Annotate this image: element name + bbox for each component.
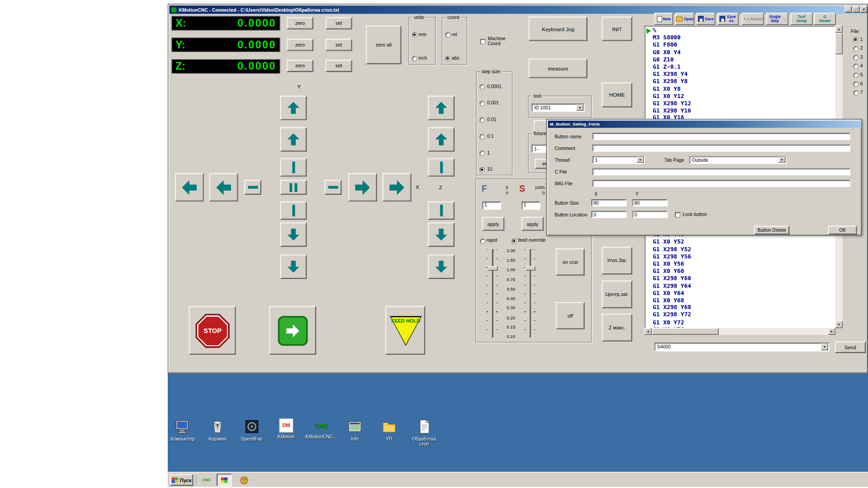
cycle-start-button[interactable]	[269, 306, 316, 355]
file-radio-1[interactable]	[853, 37, 859, 42]
c-file-input[interactable]	[592, 168, 850, 175]
stop-button[interactable]: STOP	[189, 306, 236, 355]
lock-button-checkbox[interactable]	[675, 212, 680, 217]
gcode-line[interactable]: G1 X298 Y4	[645, 70, 835, 78]
gcode-line[interactable]: G1 X0 Y60	[645, 267, 835, 275]
desktop-icon-recycle-bin[interactable]: Корзина	[202, 418, 233, 441]
scroll-left-button[interactable]: ◄	[644, 328, 651, 335]
step-1-radio[interactable]	[479, 150, 485, 156]
z-max-button[interactable]: Z макс.	[602, 314, 632, 341]
units-inch-radio[interactable]	[412, 56, 417, 61]
jog-y-up-fast-button[interactable]	[280, 96, 307, 120]
step-0.0001-radio[interactable]	[479, 84, 485, 89]
tool-combo[interactable]: ID 1001▼	[532, 103, 585, 112]
step-10-radio[interactable]	[479, 167, 485, 173]
keyboard-jog-button[interactable]: Keyboard Jog	[528, 17, 587, 41]
file-radio-4[interactable]	[853, 64, 859, 69]
maximize-button[interactable]: □	[853, 6, 860, 13]
jog-y-step-up-button[interactable]	[280, 158, 307, 176]
zero-y-button[interactable]: zero	[287, 39, 313, 51]
ok-button[interactable]: OK	[828, 226, 857, 235]
gcode-line[interactable]: G1 X0 Y8	[645, 85, 835, 92]
img-file-input[interactable]	[592, 180, 850, 187]
desktop-icon-obrabotka-stol[interactable]: Обработка стол	[409, 418, 440, 446]
gcode-line[interactable]: G1 X0 Y64	[645, 289, 835, 296]
jog-y-up-button[interactable]	[280, 127, 307, 152]
button-location-y-input[interactable]	[632, 211, 667, 218]
centr-zag-button[interactable]: Центр.заг.	[602, 281, 632, 308]
comment-input[interactable]	[592, 145, 850, 152]
send-button[interactable]: Send	[835, 342, 866, 353]
step-0.1-radio[interactable]	[479, 134, 485, 139]
scroll-up-button[interactable]: ▲	[835, 25, 843, 33]
tool-combo-arrow-icon[interactable]: ▼	[576, 104, 584, 110]
jog-z-down-button[interactable]	[428, 222, 455, 247]
jog-x-left-button[interactable]	[209, 173, 238, 201]
file-radio-5[interactable]	[853, 72, 859, 78]
file-radio-3[interactable]	[853, 55, 859, 60]
jog-z-down-fast-button[interactable]	[428, 254, 455, 279]
zero-x-button[interactable]: zero	[287, 17, 313, 29]
desktop-icon-speedfan[interactable]: SpeedFan	[236, 418, 268, 441]
file-radio-6[interactable]	[853, 81, 859, 87]
quicklaunch-kmotioncnc-icon[interactable]: CNC	[200, 474, 213, 486]
gcode-line[interactable]: G1 X0 Y56	[645, 260, 835, 267]
minimize-button[interactable]: _	[845, 6, 852, 13]
jog-y-down-button[interactable]	[280, 222, 307, 247]
jog-x-right-fast-button[interactable]	[382, 173, 411, 201]
init-button[interactable]: INIT	[602, 17, 632, 41]
zero-z-button[interactable]: zero	[287, 60, 313, 72]
zero-all-button[interactable]: zero all	[366, 25, 401, 64]
spindle-on-ccw-button[interactable]: on ccw	[556, 249, 585, 276]
desktop-icon-kmotioncnc[interactable]: CNC KMotionCNC...	[306, 418, 337, 440]
file-radio-7[interactable]	[853, 90, 859, 96]
button-location-x-input[interactable]	[591, 211, 627, 218]
gcode-line[interactable]: G1 X0 Y52	[645, 238, 835, 245]
hscroll-thumb[interactable]	[652, 328, 718, 335]
jog-y-step-down-button[interactable]	[280, 202, 307, 220]
speed-slider[interactable]	[530, 249, 532, 338]
gcode-line[interactable]: G1 X298 Y52	[645, 245, 835, 253]
tab-page-combo[interactable]: Outside▼	[689, 156, 787, 164]
jog-x-step-left-button[interactable]	[244, 180, 261, 195]
gcode-line[interactable]: G0 X0 Y4	[645, 48, 835, 56]
ugol-zag-button[interactable]: Угол.Заг.	[602, 247, 632, 274]
machine-coord-checkbox[interactable]	[480, 39, 486, 44]
jog-z-step-up-button[interactable]	[428, 158, 455, 176]
gcode-line[interactable]: G1 X0 Y12	[645, 92, 835, 99]
gcode-line[interactable]: G1 X298 Y68	[645, 304, 835, 311]
jog-z-up-fast-button[interactable]	[428, 96, 455, 120]
file-radio-2[interactable]	[853, 46, 859, 52]
vscroll-thumb[interactable]	[835, 33, 843, 54]
scroll-right-button[interactable]: ►	[828, 328, 835, 335]
jog-x-left-fast-button[interactable]	[175, 173, 204, 201]
dialog-titlebar[interactable]: M_Button_Seting_Form	[548, 121, 861, 128]
restart-button[interactable]: ◄◄Restart	[742, 13, 764, 25]
mdi-combo[interactable]: S4000▼	[654, 343, 829, 352]
desktop-icon-info[interactable]: Info	[340, 418, 371, 441]
jog-y-down-fast-button[interactable]	[280, 254, 307, 279]
button-size-y-input[interactable]	[632, 199, 667, 206]
mdi-combo-arrow-icon[interactable]: ▼	[821, 343, 828, 350]
close-button[interactable]: ×	[860, 6, 868, 13]
desktop-icon-computer[interactable]: Компьютер	[167, 418, 198, 441]
units-mm-radio[interactable]	[412, 32, 417, 38]
button-size-x-input[interactable]	[591, 199, 627, 206]
jog-z-up-button[interactable]	[428, 127, 455, 152]
new-button[interactable]: New	[654, 13, 673, 25]
jog-pause-button[interactable]	[280, 180, 307, 195]
rapid-radio[interactable]	[480, 239, 486, 244]
desktop-icon-kmotion[interactable]: DM KMotion	[271, 418, 302, 440]
g-viewer-button[interactable]: G Viewer	[814, 13, 836, 25]
feed-apply-button[interactable]: apply	[482, 217, 505, 231]
gcode-line[interactable]: %	[645, 27, 835, 34]
gcode-line[interactable]: G1 X298 Y16	[645, 107, 835, 114]
feed-slider-thumb[interactable]	[488, 266, 498, 271]
gcode-line[interactable]: G1 X298 Y12	[645, 99, 835, 107]
home-button[interactable]: HOME	[602, 82, 632, 107]
jog-x-right-button[interactable]	[348, 173, 377, 201]
gcode-line[interactable]: M3 S8000	[645, 34, 835, 41]
thread-combo-arrow-icon[interactable]: ▼	[637, 157, 644, 163]
speed-input[interactable]: 1	[521, 202, 540, 210]
jog-x-step-right-button[interactable]	[325, 180, 342, 195]
